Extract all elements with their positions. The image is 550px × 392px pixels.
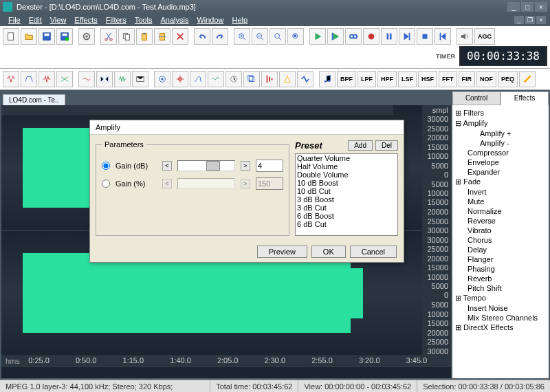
tree-item[interactable]: Normalize <box>455 206 546 216</box>
note-icon[interactable] <box>319 71 336 87</box>
preset-item[interactable]: Quarter Volume <box>296 154 397 162</box>
marker-icon[interactable] <box>519 71 536 87</box>
minimize-button[interactable]: _ <box>507 2 520 12</box>
effect2-icon[interactable] <box>21 71 37 87</box>
gain-pct-input[interactable] <box>256 177 283 190</box>
tree-item[interactable]: Amplify - <box>455 138 546 148</box>
tree-item[interactable]: Phasing <box>455 264 546 274</box>
effect1-icon[interactable] <box>3 71 19 87</box>
tree-item[interactable]: Flanger <box>455 254 546 264</box>
peq-button[interactable]: PEQ <box>498 71 518 87</box>
agc-button[interactable]: AGC <box>474 28 495 45</box>
lpf-button[interactable]: LPF <box>358 71 376 87</box>
record-icon[interactable] <box>363 28 380 45</box>
zoom-selection-icon[interactable] <box>287 28 304 45</box>
effect7-icon[interactable] <box>114 71 131 87</box>
menu-file[interactable]: File <box>4 14 25 25</box>
save-as-icon[interactable] <box>56 28 73 45</box>
paste-icon[interactable] <box>136 28 153 45</box>
menu-view[interactable]: View <box>46 14 71 25</box>
tree-item[interactable]: Reverb <box>455 274 546 283</box>
mdi-minimize[interactable]: _ <box>514 16 524 24</box>
file-tab[interactable]: LO4D.com - Te.. <box>3 94 65 105</box>
preset-item[interactable]: 6 dB Boost <box>296 212 397 220</box>
tree-item[interactable]: Mute <box>455 197 546 206</box>
tree-item[interactable]: Amplify + <box>455 129 546 138</box>
preset-list[interactable]: Quarter VolumeHalf VolumeDouble Volume10… <box>295 153 398 236</box>
copy-icon[interactable] <box>118 28 135 45</box>
effect11-icon[interactable] <box>208 71 224 87</box>
hsf-button[interactable]: HSF <box>418 71 437 87</box>
preset-item[interactable]: Half Volume <box>296 162 397 171</box>
menu-edit[interactable]: Edit <box>25 14 46 25</box>
tree-item[interactable]: Expander <box>455 167 546 177</box>
tab-control[interactable]: Control <box>452 91 500 105</box>
preset-item[interactable]: 10 dB Cut <box>296 187 397 195</box>
tree-item[interactable]: Compressor <box>455 148 546 157</box>
effect6-icon[interactable] <box>96 71 113 87</box>
gain-pct-slider[interactable] <box>177 178 235 189</box>
menu-effects[interactable]: Effects <box>70 14 101 25</box>
mdi-restore[interactable]: ❐ <box>525 16 535 24</box>
preset-item[interactable]: 10 dB Boost <box>296 179 397 187</box>
overview-strip[interactable] <box>1 366 451 378</box>
effect12-icon[interactable] <box>226 71 242 87</box>
cancel-button[interactable]: Cancel <box>350 246 397 258</box>
gain-db-dec[interactable]: < <box>162 161 172 171</box>
zoom-fit-icon[interactable] <box>270 28 286 45</box>
effect9-icon[interactable] <box>172 71 188 87</box>
mdi-close[interactable]: × <box>536 16 546 24</box>
nof-button[interactable]: NOF <box>476 71 496 87</box>
gain-db-input[interactable] <box>256 160 283 172</box>
play-selection-icon[interactable] <box>327 28 344 45</box>
fir-button[interactable]: FIR <box>459 71 476 87</box>
new-file-icon[interactable] <box>3 28 19 45</box>
cut-icon[interactable] <box>100 28 117 45</box>
effect10-icon[interactable] <box>190 71 206 87</box>
menu-window[interactable]: Window <box>192 14 228 25</box>
preset-item[interactable]: 6 dB Cut <box>296 220 397 228</box>
effect4-icon[interactable] <box>56 71 73 87</box>
gain-db-radio[interactable] <box>102 162 110 170</box>
mix-paste-icon[interactable] <box>154 28 170 45</box>
redo-icon[interactable] <box>212 28 228 45</box>
preview-button[interactable]: Preview <box>257 246 307 258</box>
preset-del-button[interactable]: Del <box>375 140 398 151</box>
tab-effects[interactable]: Effects <box>500 91 549 105</box>
tree-item[interactable]: Invert <box>455 187 546 197</box>
menu-filters[interactable]: Filters <box>102 14 131 25</box>
tree-item[interactable]: Tempo <box>455 293 546 303</box>
zoom-in-icon[interactable] <box>234 28 250 45</box>
tree-item[interactable]: DirectX Effects <box>455 323 546 333</box>
tree-item[interactable]: Fade <box>455 177 546 187</box>
menu-analysis[interactable]: Analysis <box>156 14 192 25</box>
tree-item[interactable]: Filters <box>455 108 546 118</box>
ok-button[interactable]: OK <box>311 246 346 258</box>
effects-tree[interactable]: FiltersAmplifyAmplify +Amplify -Compress… <box>452 105 549 378</box>
effect14-icon[interactable] <box>261 71 278 87</box>
tree-item[interactable]: Reverse <box>455 216 546 226</box>
preset-add-button[interactable]: Add <box>348 140 373 151</box>
tree-item[interactable]: Mix Stereo Channels <box>455 313 546 323</box>
gain-pct-radio[interactable] <box>102 179 110 188</box>
stop-icon[interactable] <box>417 28 433 45</box>
fft-button[interactable]: FFT <box>439 71 457 87</box>
tree-item[interactable]: Pitch Shift <box>455 283 546 293</box>
gain-pct-dec[interactable]: < <box>162 179 172 188</box>
bpf-button[interactable]: BPF <box>337 71 356 87</box>
pause-icon[interactable] <box>381 28 397 45</box>
effect16-icon[interactable] <box>297 71 314 87</box>
end-icon[interactable] <box>434 28 451 45</box>
effect3-icon[interactable] <box>38 71 55 87</box>
menu-help[interactable]: Help <box>228 14 252 25</box>
effect13-icon[interactable] <box>243 71 260 87</box>
preset-item[interactable]: 3 dB Boost <box>296 195 397 204</box>
gain-db-slider[interactable] <box>177 160 235 171</box>
close-button[interactable]: × <box>535 2 547 12</box>
gain-pct-inc[interactable]: > <box>241 179 250 188</box>
preset-item[interactable]: Double Volume <box>296 171 397 179</box>
zoom-out-icon[interactable] <box>252 28 268 45</box>
next-icon[interactable] <box>399 28 415 45</box>
save-icon[interactable] <box>38 28 55 45</box>
lsf-button[interactable]: LSF <box>398 71 417 87</box>
